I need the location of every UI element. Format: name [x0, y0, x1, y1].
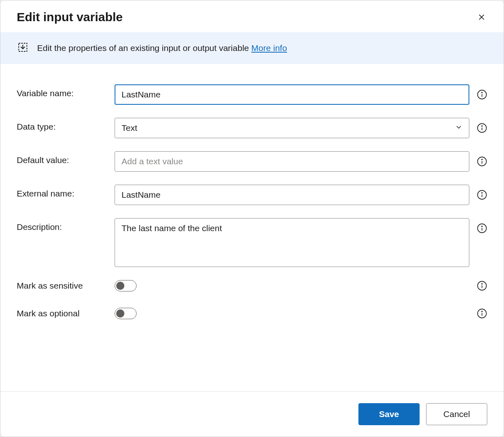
dialog-header: Edit input variable — [0, 0, 504, 32]
info-banner: Edit the properties of an existing input… — [0, 32, 504, 64]
default-value-input[interactable] — [115, 151, 469, 172]
info-icon — [477, 190, 487, 200]
svg-point-6 — [482, 92, 482, 93]
cancel-button[interactable]: Cancel — [426, 403, 487, 425]
description-textarea[interactable]: The last name of the client — [115, 218, 469, 267]
external-name-row: External name: — [17, 185, 487, 205]
svg-point-12 — [482, 159, 482, 160]
external-name-info-button[interactable] — [477, 190, 487, 200]
variable-name-input[interactable] — [115, 84, 469, 105]
external-name-input[interactable] — [115, 185, 469, 205]
data-type-select[interactable]: Text — [115, 118, 469, 138]
external-name-label: External name: — [17, 185, 106, 199]
variable-name-info-button[interactable] — [477, 89, 487, 100]
more-info-link[interactable]: More info — [251, 43, 287, 53]
default-value-row: Default value: — [17, 151, 487, 172]
svg-point-24 — [482, 311, 482, 312]
banner-text: Edit the properties of an existing input… — [37, 43, 287, 53]
variable-name-label: Variable name: — [17, 84, 106, 98]
variable-name-row: Variable name: — [17, 84, 487, 105]
save-button[interactable]: Save — [358, 403, 420, 425]
info-icon — [477, 156, 487, 167]
mark-sensitive-toggle[interactable] — [115, 280, 137, 291]
info-icon — [477, 223, 487, 234]
close-button[interactable] — [476, 11, 487, 23]
default-value-info-button[interactable] — [477, 156, 487, 167]
svg-point-18 — [482, 226, 482, 227]
form-body: Variable name: Data type: Text — [0, 64, 504, 391]
data-type-label: Data type: — [17, 118, 106, 132]
info-icon — [477, 89, 487, 100]
info-icon — [477, 280, 487, 291]
default-value-label: Default value: — [17, 151, 106, 165]
mark-optional-toggle[interactable] — [115, 308, 137, 319]
info-icon — [477, 308, 487, 319]
mark-optional-label: Mark as optional — [17, 309, 106, 318]
mark-sensitive-info-button[interactable] — [477, 280, 487, 291]
description-info-button[interactable] — [477, 223, 487, 234]
dialog-footer: Save Cancel — [0, 391, 504, 437]
data-type-row: Data type: Text — [17, 118, 487, 138]
svg-point-9 — [482, 126, 482, 126]
description-label: Description: — [17, 218, 106, 232]
dialog-title: Edit input variable — [17, 10, 123, 24]
mark-optional-info-button[interactable] — [477, 308, 487, 319]
mark-optional-row: Mark as optional — [17, 308, 487, 319]
mark-sensitive-label: Mark as sensitive — [17, 281, 106, 291]
banner-download-icon — [17, 41, 29, 55]
description-row: Description: The last name of the client — [17, 218, 487, 267]
data-type-info-button[interactable] — [477, 123, 487, 133]
info-icon — [477, 123, 487, 133]
svg-point-21 — [482, 283, 482, 284]
close-icon — [477, 13, 486, 21]
mark-sensitive-row: Mark as sensitive — [17, 280, 487, 291]
edit-variable-dialog: Edit input variable Edit the properties … — [0, 0, 504, 437]
svg-point-15 — [482, 192, 482, 193]
